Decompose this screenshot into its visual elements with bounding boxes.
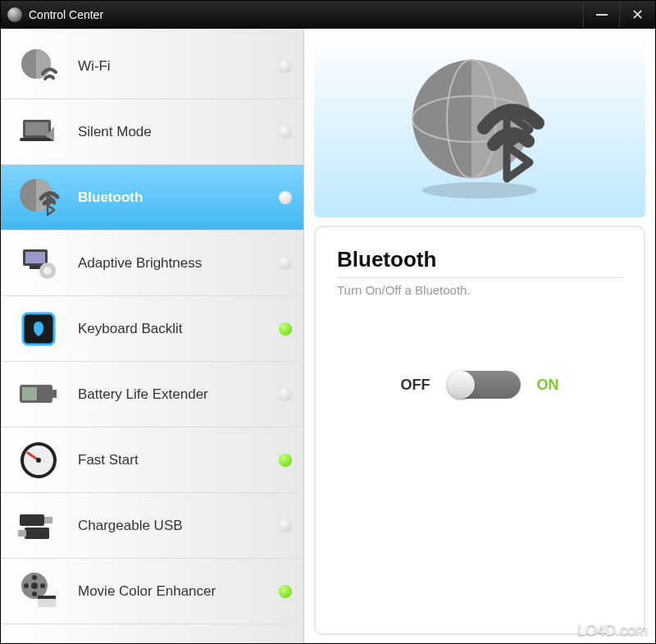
svg-rect-28: [38, 596, 56, 599]
svg-point-16: [36, 458, 41, 463]
sidebar-item-label: Wi-Fi: [78, 58, 279, 75]
bluetooth-globe-icon: [16, 175, 61, 221]
svg-rect-2: [25, 122, 48, 135]
sidebar-item-wifi[interactable]: Wi-Fi: [1, 34, 303, 99]
svg-point-25: [32, 591, 37, 596]
wifi-globe-icon: [16, 43, 61, 89]
usb-icon: [16, 503, 61, 549]
hero-area: [314, 37, 645, 217]
toggle-off-label: OFF: [401, 377, 430, 394]
speedometer-icon: [16, 437, 61, 483]
svg-point-26: [24, 583, 29, 588]
detail-title: Bluetooth: [337, 247, 622, 272]
svg-rect-6: [25, 252, 45, 263]
svg-rect-13: [22, 387, 37, 400]
app-icon: [7, 7, 22, 22]
svg-rect-18: [44, 517, 52, 523]
detail-pane: Bluetooth Turn On/Off a Bluetooth. OFF O…: [304, 29, 655, 643]
svg-rect-7: [30, 266, 41, 269]
sidebar-item-keyboard-backlit[interactable]: Keyboard Backlit: [1, 296, 303, 362]
bluetooth-toggle[interactable]: [447, 371, 521, 399]
status-dot: [279, 388, 292, 401]
bluetooth-globe-hero-icon: [402, 49, 558, 205]
sidebar-item-chargeable-usb[interactable]: Chargeable USB: [1, 493, 303, 559]
status-dot: [279, 257, 292, 270]
sidebar-item-battery-life-extender[interactable]: Battery Life Extender: [1, 362, 303, 427]
laptop-mute-icon: [16, 109, 61, 155]
sidebar-item-silent-mode[interactable]: Silent Mode: [1, 99, 303, 165]
status-dot: [279, 454, 292, 467]
brightness-icon: [16, 240, 61, 286]
svg-rect-20: [18, 530, 26, 537]
sidebar-item-movie-color-enhancer[interactable]: Movie Color Enhancer: [1, 559, 303, 624]
toggle-knob: [447, 371, 475, 399]
sidebar-item-label: Silent Mode: [78, 124, 279, 140]
sidebar-item-adaptive-brightness[interactable]: Adaptive Brightness: [1, 231, 303, 296]
app-window: Control Center ✕ Wi-Fi Silent Mode: [0, 0, 656, 644]
sidebar-item-fast-start[interactable]: Fast Start: [1, 427, 303, 493]
sidebar: Wi-Fi Silent Mode Bluetooth: [1, 29, 304, 643]
sidebar-item-label: Movie Color Enhancer: [78, 583, 279, 600]
svg-point-9: [43, 267, 52, 275]
status-dot: [279, 191, 292, 204]
film-reel-icon: [16, 569, 61, 614]
status-dot: [279, 585, 292, 598]
title-bar[interactable]: Control Center ✕: [1, 1, 655, 29]
detail-subtitle: Turn On/Off a Bluetooth.: [337, 283, 622, 297]
svg-rect-12: [52, 390, 57, 398]
battery-icon: [16, 372, 61, 418]
close-button[interactable]: ✕: [619, 1, 655, 29]
svg-point-23: [32, 575, 37, 580]
status-dot: [279, 519, 292, 532]
content: Wi-Fi Silent Mode Bluetooth: [1, 29, 655, 643]
window-title: Control Center: [29, 8, 583, 21]
toggle-row: OFF ON: [337, 371, 622, 399]
svg-rect-3: [20, 138, 54, 141]
status-dot: [279, 322, 292, 336]
status-dot: [279, 60, 292, 73]
divider: [337, 277, 622, 278]
sidebar-item-bluetooth[interactable]: Bluetooth: [1, 165, 303, 231]
sidebar-item-label: Adaptive Brightness: [78, 255, 279, 272]
svg-point-32: [422, 182, 537, 199]
sidebar-item-label: Bluetooth: [78, 190, 279, 206]
minimize-button[interactable]: [583, 1, 619, 29]
toggle-on-label: ON: [537, 377, 559, 394]
sidebar-item-label: Keyboard Backlit: [78, 321, 279, 337]
close-icon: ✕: [631, 6, 644, 24]
keyboard-backlit-icon: [16, 306, 61, 352]
sidebar-item-label: Fast Start: [78, 452, 279, 468]
svg-point-22: [31, 582, 38, 589]
minimize-icon: [596, 14, 608, 16]
sidebar-item-label: Chargeable USB: [78, 518, 279, 534]
sidebar-item-label: Battery Life Extender: [78, 386, 279, 403]
svg-point-24: [40, 583, 45, 588]
detail-panel: Bluetooth Turn On/Off a Bluetooth. OFF O…: [314, 226, 645, 635]
svg-rect-17: [20, 514, 44, 526]
svg-rect-19: [25, 528, 49, 539]
status-dot: [279, 126, 292, 139]
